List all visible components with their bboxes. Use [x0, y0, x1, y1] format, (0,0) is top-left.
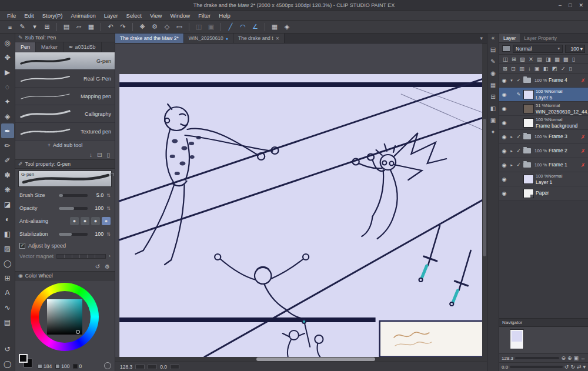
layer-row-frame-2[interactable]: ◉ ▸ ✓ 100 % Frame 2 ✗	[499, 144, 588, 158]
zoom-out-icon[interactable]: ⊖	[561, 355, 566, 361]
visibility-eye-icon[interactable]: ◉	[501, 190, 507, 196]
layer-tool-icon[interactable]: ⊞	[512, 56, 516, 62]
dock-info-icon[interactable]: ✦	[490, 129, 495, 135]
flip-horizontal-icon[interactable]: ⇄	[577, 364, 582, 370]
move-tool-icon[interactable]: ✥	[1, 50, 14, 65]
settings-gear-icon[interactable]: ⚙	[105, 263, 110, 270]
import-icon[interactable]: ↓	[89, 152, 92, 158]
visibility-eye-icon[interactable]: ◉	[501, 92, 507, 98]
dock-color-icon[interactable]: ◉	[490, 70, 496, 76]
new-file-icon[interactable]: ▤	[61, 22, 72, 32]
brush-item-real-gpen[interactable]: Real G-Pen	[15, 70, 115, 88]
visibility-eye-icon[interactable]: ◉	[501, 148, 507, 154]
layer-tool-icon[interactable]: ◩	[552, 65, 557, 72]
brush-tool-icon[interactable]: ✐	[1, 153, 14, 168]
minimize-button[interactable]: –	[559, 2, 562, 8]
main-menu-icon[interactable]: ≡	[4, 22, 16, 32]
zoom-fit-button[interactable]	[135, 365, 145, 369]
layer-row-win-photo[interactable]: ◉ 51 %Normal WIN_20250610_12_44...	[499, 102, 588, 116]
layer-row-layer-5[interactable]: ◉ ✎ 100 %Normal Layer 5	[499, 88, 588, 102]
visibility-eye-icon[interactable]: ◉	[501, 162, 507, 168]
visibility-eye-icon[interactable]: ◉	[501, 176, 507, 182]
maximize-button[interactable]: □	[569, 2, 572, 8]
zoom-100-button[interactable]	[148, 365, 157, 369]
layer-tool-icon[interactable]: ✕	[529, 56, 533, 62]
pen-settings-icon[interactable]: ✎	[16, 22, 28, 32]
menu-edit[interactable]: Edit	[20, 11, 38, 20]
layer-tool-icon[interactable]: ▯	[572, 56, 575, 62]
rotate-right-icon[interactable]: ↻	[570, 364, 575, 370]
zoom-value[interactable]: 128.3	[120, 364, 132, 370]
visibility-eye-icon[interactable]: ◉	[501, 134, 507, 140]
reset-colors-icon[interactable]: ↺	[1, 342, 14, 356]
dock-subtool-icon[interactable]: ✎	[490, 58, 495, 65]
aa-weak-button[interactable]: ●	[81, 217, 89, 225]
open-file-icon[interactable]: ▱	[73, 22, 85, 32]
actual-size-icon[interactable]: ↔	[580, 355, 586, 361]
reset-icon[interactable]: ↺	[95, 263, 100, 270]
blend-tool-icon[interactable]: ◐	[1, 212, 14, 226]
scrollbar-thumb[interactable]	[256, 357, 375, 361]
gradient-tool-icon[interactable]: ▨	[1, 241, 14, 256]
layer-tool-icon[interactable]: ▥	[519, 65, 524, 72]
navigator-zoom-slider[interactable]	[515, 357, 559, 359]
auto-select-tool-icon[interactable]: ✦	[1, 94, 14, 109]
blend-mode-dropdown[interactable]: Normal ▾	[513, 45, 563, 53]
expand-icon[interactable]: ▸	[509, 149, 514, 153]
save-file-icon[interactable]: ▦	[85, 22, 97, 32]
layer-tool-icon[interactable]: ▦	[554, 56, 560, 62]
snap-off-2-icon[interactable]: ▣	[205, 22, 217, 32]
layer-row-frame-1[interactable]: ◉ ▸ ✓ 100 % Frame 1 ✗	[499, 158, 588, 172]
brush-item-textured-pen[interactable]: Textured pen	[15, 123, 115, 141]
reset-view-icon[interactable]: ▾	[583, 364, 586, 370]
layer-tool-icon[interactable]: ▣	[534, 65, 540, 72]
layer-color-swatch[interactable]	[502, 45, 510, 52]
navigator-rotation-value[interactable]: 0.0	[502, 365, 508, 370]
redo-icon[interactable]: ↷	[117, 22, 129, 32]
saturation-value-box[interactable]	[47, 299, 82, 335]
spray-icon[interactable]: ❋	[136, 22, 148, 32]
menu-help[interactable]: Help	[215, 11, 235, 20]
snap-off-1-icon[interactable]: ◫	[193, 22, 205, 32]
visibility-eye-icon[interactable]: ◉	[501, 78, 507, 83]
tab-layer[interactable]: Layer	[499, 34, 520, 42]
layer-tool-icon[interactable]: ▩	[563, 56, 569, 62]
dock-fill-icon[interactable]: ◧	[490, 105, 496, 112]
add-subtool-button[interactable]: + Add sub tool	[15, 141, 115, 150]
check-icon[interactable]: ✓	[516, 78, 522, 83]
menu-window[interactable]: Window	[166, 11, 194, 20]
check-icon[interactable]: ✓	[516, 134, 522, 139]
canvas-artwork[interactable]	[115, 44, 487, 357]
material-icon[interactable]: ▦	[269, 22, 280, 32]
tab-marker[interactable]: Marker	[36, 42, 64, 52]
gear-icon[interactable]: ⚙	[149, 22, 161, 32]
selection-icon[interactable]: ▭	[173, 22, 185, 32]
snap-ruler-3-icon[interactable]: ∠	[249, 22, 261, 32]
navigator-zoom-value[interactable]: 128.3	[502, 356, 513, 361]
aa-strong-button[interactable]: ●	[102, 217, 111, 225]
ruler-tool-icon[interactable]: ▤	[1, 315, 14, 329]
doc-tab-2[interactable]: WIN_20250610 ●	[184, 34, 233, 43]
layer-tool-icon[interactable]: ⊠	[503, 65, 507, 72]
frame-border-tool-icon[interactable]: ⊞	[1, 270, 14, 285]
rotate-left-icon[interactable]: ↺	[564, 364, 569, 370]
navigator-rotation-slider[interactable]	[510, 366, 563, 368]
layer-tool-icon[interactable]: ✓	[561, 65, 566, 72]
visibility-eye-icon[interactable]: ◉	[501, 106, 507, 112]
rotation-reset-button[interactable]	[170, 365, 179, 369]
eraser-tool-icon[interactable]: ◪	[1, 197, 14, 212]
dock-material-icon[interactable]: ▦	[490, 82, 496, 88]
operation-tool-icon[interactable]: ▶	[1, 65, 14, 79]
figure-tool-icon[interactable]: ◯	[1, 256, 14, 270]
snap-ruler-1-icon[interactable]: ╱	[225, 22, 236, 32]
menu-filter[interactable]: Filter	[194, 11, 215, 20]
aa-middle-button[interactable]: ●	[91, 217, 100, 225]
aa-none-button[interactable]: ●	[70, 217, 79, 225]
fit-window-icon[interactable]: ▣	[573, 355, 579, 361]
opacity-slider[interactable]	[59, 207, 88, 210]
collapse-dock-icon[interactable]: «	[492, 35, 495, 41]
navigator-preview[interactable]	[499, 327, 588, 353]
layer-row-frame-4[interactable]: ◉ ▾ ✓ 100 % Frame 4 ✗	[499, 73, 588, 88]
line-correct-tool-icon[interactable]: ∿	[1, 300, 14, 315]
tab-pen[interactable]: Pen	[15, 42, 36, 52]
